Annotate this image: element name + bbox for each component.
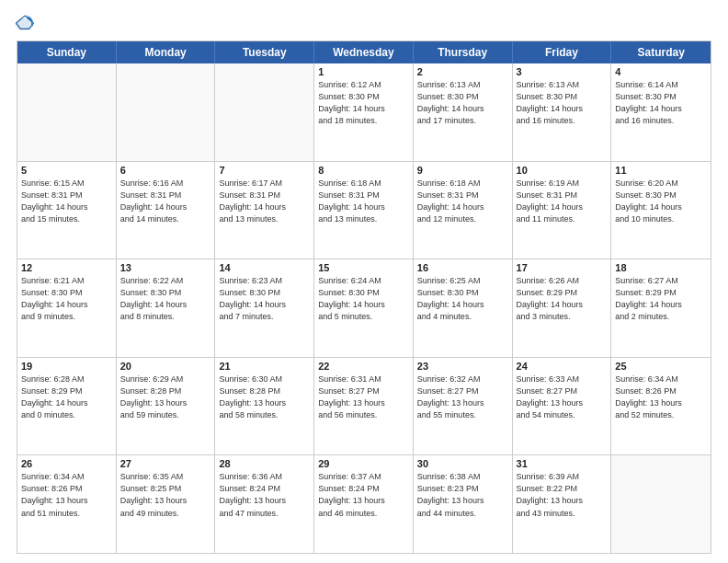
day-cell-27: 27Sunrise: 6:35 AM Sunset: 8:25 PM Dayli… <box>117 455 216 553</box>
day-number-22: 22 <box>318 361 409 372</box>
day-number-28: 28 <box>219 458 310 469</box>
weekday-header-tuesday: Tuesday <box>215 41 314 63</box>
day-info-15: Sunrise: 6:24 AM Sunset: 8:30 PM Dayligh… <box>318 275 409 323</box>
day-number-13: 13 <box>120 262 211 273</box>
header <box>17 13 711 33</box>
day-info-7: Sunrise: 6:17 AM Sunset: 8:31 PM Dayligh… <box>219 178 310 225</box>
weekday-header-saturday: Saturday <box>611 41 711 63</box>
day-number-27: 27 <box>120 458 211 469</box>
day-cell-3: 3Sunrise: 6:13 AM Sunset: 8:30 PM Daylig… <box>513 63 612 161</box>
day-cell-20: 20Sunrise: 6:29 AM Sunset: 8:28 PM Dayli… <box>117 358 216 455</box>
day-number-6: 6 <box>120 165 211 176</box>
day-number-23: 23 <box>417 361 508 372</box>
day-cell-17: 17Sunrise: 6:26 AM Sunset: 8:29 PM Dayli… <box>513 259 612 357</box>
day-cell-14: 14Sunrise: 6:23 AM Sunset: 8:30 PM Dayli… <box>215 259 314 357</box>
day-info-27: Sunrise: 6:35 AM Sunset: 8:25 PM Dayligh… <box>120 471 211 519</box>
day-cell-21: 21Sunrise: 6:30 AM Sunset: 8:28 PM Dayli… <box>215 358 314 455</box>
day-number-1: 1 <box>318 66 409 77</box>
page: SundayMondayTuesdayWednesdayThursdayFrid… <box>0 0 728 563</box>
day-cell-11: 11Sunrise: 6:20 AM Sunset: 8:30 PM Dayli… <box>611 162 711 259</box>
day-info-19: Sunrise: 6:28 AM Sunset: 8:29 PM Dayligh… <box>21 373 112 421</box>
day-number-2: 2 <box>417 66 508 77</box>
day-number-3: 3 <box>517 66 608 77</box>
day-info-2: Sunrise: 6:13 AM Sunset: 8:30 PM Dayligh… <box>417 79 508 127</box>
day-cell-10: 10Sunrise: 6:19 AM Sunset: 8:31 PM Dayli… <box>513 162 612 259</box>
logo-icon <box>15 13 35 33</box>
empty-cell <box>17 63 117 161</box>
day-cell-25: 25Sunrise: 6:34 AM Sunset: 8:26 PM Dayli… <box>611 358 711 455</box>
day-number-15: 15 <box>318 262 409 273</box>
day-number-21: 21 <box>219 361 310 372</box>
day-info-30: Sunrise: 6:38 AM Sunset: 8:23 PM Dayligh… <box>417 471 508 519</box>
logo <box>17 13 35 33</box>
day-info-13: Sunrise: 6:22 AM Sunset: 8:30 PM Dayligh… <box>120 275 211 323</box>
calendar-row-4: 26Sunrise: 6:34 AM Sunset: 8:26 PM Dayli… <box>17 454 711 553</box>
day-number-11: 11 <box>615 165 707 176</box>
day-info-24: Sunrise: 6:33 AM Sunset: 8:27 PM Dayligh… <box>517 373 608 421</box>
day-info-18: Sunrise: 6:27 AM Sunset: 8:29 PM Dayligh… <box>615 275 707 323</box>
weekday-header-sunday: Sunday <box>17 41 117 63</box>
day-cell-29: 29Sunrise: 6:37 AM Sunset: 8:24 PM Dayli… <box>314 455 414 553</box>
day-cell-12: 12Sunrise: 6:21 AM Sunset: 8:30 PM Dayli… <box>17 259 117 357</box>
day-cell-8: 8Sunrise: 6:18 AM Sunset: 8:31 PM Daylig… <box>314 162 414 259</box>
day-cell-13: 13Sunrise: 6:22 AM Sunset: 8:30 PM Dayli… <box>117 259 216 357</box>
day-info-22: Sunrise: 6:31 AM Sunset: 8:27 PM Dayligh… <box>318 373 409 421</box>
day-cell-24: 24Sunrise: 6:33 AM Sunset: 8:27 PM Dayli… <box>513 358 612 455</box>
calendar-body: 1Sunrise: 6:12 AM Sunset: 8:30 PM Daylig… <box>17 63 711 553</box>
day-number-25: 25 <box>615 361 707 372</box>
day-cell-1: 1Sunrise: 6:12 AM Sunset: 8:30 PM Daylig… <box>314 63 414 161</box>
calendar-row-2: 12Sunrise: 6:21 AM Sunset: 8:30 PM Dayli… <box>17 259 711 357</box>
day-number-17: 17 <box>517 262 608 273</box>
calendar: SundayMondayTuesdayWednesdayThursdayFrid… <box>17 40 711 554</box>
day-info-26: Sunrise: 6:34 AM Sunset: 8:26 PM Dayligh… <box>21 471 112 519</box>
day-info-5: Sunrise: 6:15 AM Sunset: 8:31 PM Dayligh… <box>21 178 112 225</box>
day-cell-15: 15Sunrise: 6:24 AM Sunset: 8:30 PM Dayli… <box>314 259 414 357</box>
day-number-29: 29 <box>318 458 409 469</box>
empty-cell <box>117 63 216 161</box>
day-info-21: Sunrise: 6:30 AM Sunset: 8:28 PM Dayligh… <box>219 373 310 421</box>
day-cell-26: 26Sunrise: 6:34 AM Sunset: 8:26 PM Dayli… <box>17 455 117 553</box>
empty-cell <box>611 455 711 553</box>
day-info-8: Sunrise: 6:18 AM Sunset: 8:31 PM Dayligh… <box>318 178 409 225</box>
day-cell-2: 2Sunrise: 6:13 AM Sunset: 8:30 PM Daylig… <box>414 63 513 161</box>
day-info-20: Sunrise: 6:29 AM Sunset: 8:28 PM Dayligh… <box>120 373 211 421</box>
day-info-29: Sunrise: 6:37 AM Sunset: 8:24 PM Dayligh… <box>318 471 409 519</box>
day-cell-30: 30Sunrise: 6:38 AM Sunset: 8:23 PM Dayli… <box>414 455 513 553</box>
day-number-20: 20 <box>120 361 211 372</box>
day-cell-6: 6Sunrise: 6:16 AM Sunset: 8:31 PM Daylig… <box>117 162 216 259</box>
day-info-17: Sunrise: 6:26 AM Sunset: 8:29 PM Dayligh… <box>517 275 608 323</box>
day-info-6: Sunrise: 6:16 AM Sunset: 8:31 PM Dayligh… <box>120 178 211 225</box>
day-info-1: Sunrise: 6:12 AM Sunset: 8:30 PM Dayligh… <box>318 79 409 127</box>
day-cell-9: 9Sunrise: 6:18 AM Sunset: 8:31 PM Daylig… <box>414 162 513 259</box>
day-number-10: 10 <box>517 165 608 176</box>
day-info-23: Sunrise: 6:32 AM Sunset: 8:27 PM Dayligh… <box>417 373 508 421</box>
day-info-9: Sunrise: 6:18 AM Sunset: 8:31 PM Dayligh… <box>417 178 508 225</box>
day-number-9: 9 <box>417 165 508 176</box>
day-info-4: Sunrise: 6:14 AM Sunset: 8:30 PM Dayligh… <box>615 79 707 127</box>
calendar-row-1: 5Sunrise: 6:15 AM Sunset: 8:31 PM Daylig… <box>17 161 711 259</box>
day-cell-18: 18Sunrise: 6:27 AM Sunset: 8:29 PM Dayli… <box>611 259 711 357</box>
weekday-header-thursday: Thursday <box>414 41 513 63</box>
day-info-3: Sunrise: 6:13 AM Sunset: 8:30 PM Dayligh… <box>517 79 608 127</box>
day-cell-19: 19Sunrise: 6:28 AM Sunset: 8:29 PM Dayli… <box>17 358 117 455</box>
day-number-4: 4 <box>615 66 707 77</box>
calendar-row-3: 19Sunrise: 6:28 AM Sunset: 8:29 PM Dayli… <box>17 357 711 455</box>
day-info-10: Sunrise: 6:19 AM Sunset: 8:31 PM Dayligh… <box>517 178 608 225</box>
day-number-7: 7 <box>219 165 310 176</box>
day-number-8: 8 <box>318 165 409 176</box>
day-info-12: Sunrise: 6:21 AM Sunset: 8:30 PM Dayligh… <box>21 275 112 323</box>
weekday-header-wednesday: Wednesday <box>314 41 414 63</box>
day-number-19: 19 <box>21 361 112 372</box>
empty-cell <box>215 63 314 161</box>
weekday-header-friday: Friday <box>513 41 612 63</box>
day-cell-5: 5Sunrise: 6:15 AM Sunset: 8:31 PM Daylig… <box>17 162 117 259</box>
calendar-header-row: SundayMondayTuesdayWednesdayThursdayFrid… <box>17 41 711 63</box>
weekday-header-monday: Monday <box>117 41 216 63</box>
day-number-12: 12 <box>21 262 112 273</box>
day-info-16: Sunrise: 6:25 AM Sunset: 8:30 PM Dayligh… <box>417 275 508 323</box>
day-cell-31: 31Sunrise: 6:39 AM Sunset: 8:22 PM Dayli… <box>513 455 612 553</box>
day-cell-22: 22Sunrise: 6:31 AM Sunset: 8:27 PM Dayli… <box>314 358 414 455</box>
day-info-28: Sunrise: 6:36 AM Sunset: 8:24 PM Dayligh… <box>219 471 310 519</box>
day-number-26: 26 <box>21 458 112 469</box>
day-cell-4: 4Sunrise: 6:14 AM Sunset: 8:30 PM Daylig… <box>611 63 711 161</box>
